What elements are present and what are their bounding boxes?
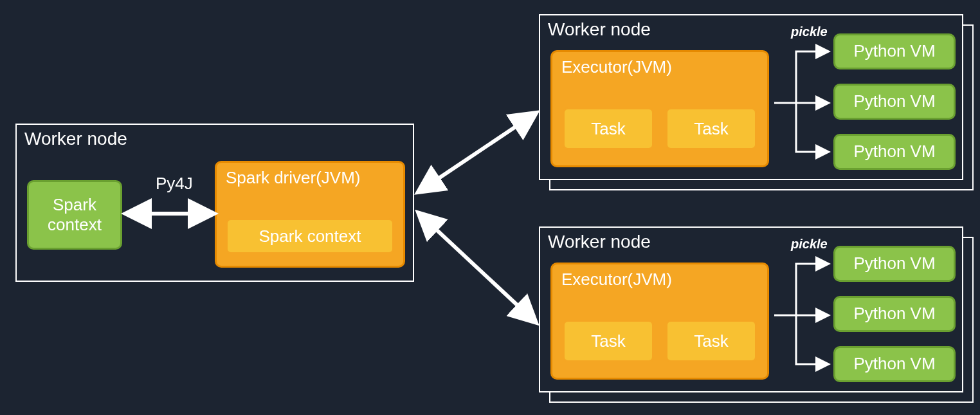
executor-1-title: Executor(JVM) xyxy=(552,52,767,82)
pickle-label-1: pickle xyxy=(791,24,828,39)
spark-driver-title: Spark driver(JVM) xyxy=(217,163,403,193)
driver-to-worker1-arrow xyxy=(421,115,534,190)
python-vm-1-3: Python VM xyxy=(833,134,956,170)
executor-2-title: Executor(JVM) xyxy=(552,264,767,295)
spark-driver-box: Spark driver(JVM) Spark context xyxy=(215,161,405,268)
py4j-label: Py4J xyxy=(156,174,193,194)
task-1-2: Task xyxy=(666,107,757,150)
worker-node-1: Worker node Executor(JVM) Task Task pick… xyxy=(539,14,963,180)
task-1-1: Task xyxy=(563,107,654,150)
python-vm-2-1: Python VM xyxy=(833,246,956,282)
worker-node-2: Worker node Executor(JVM) Task Task pick… xyxy=(539,226,963,392)
python-vm-2-3: Python VM xyxy=(833,346,956,382)
task-2-1: Task xyxy=(563,320,654,362)
spark-context-green: Spark context xyxy=(27,180,122,250)
python-vm-1-1: Python VM xyxy=(833,33,956,69)
executor-box-2: Executor(JVM) Task Task xyxy=(550,263,769,380)
python-vm-1-2: Python VM xyxy=(833,84,956,120)
executor-box-1: Executor(JVM) Task Task xyxy=(550,50,769,167)
task-2-2: Task xyxy=(666,320,757,362)
python-vm-2-2: Python VM xyxy=(833,296,956,332)
pickle-label-2: pickle xyxy=(791,237,828,252)
driver-to-worker2-arrow xyxy=(421,215,534,320)
spark-context-yellow: Spark context xyxy=(226,218,394,254)
driver-node-title: Worker node xyxy=(17,125,413,149)
driver-worker-node: Worker node Spark context Py4J Spark dri… xyxy=(15,124,414,282)
